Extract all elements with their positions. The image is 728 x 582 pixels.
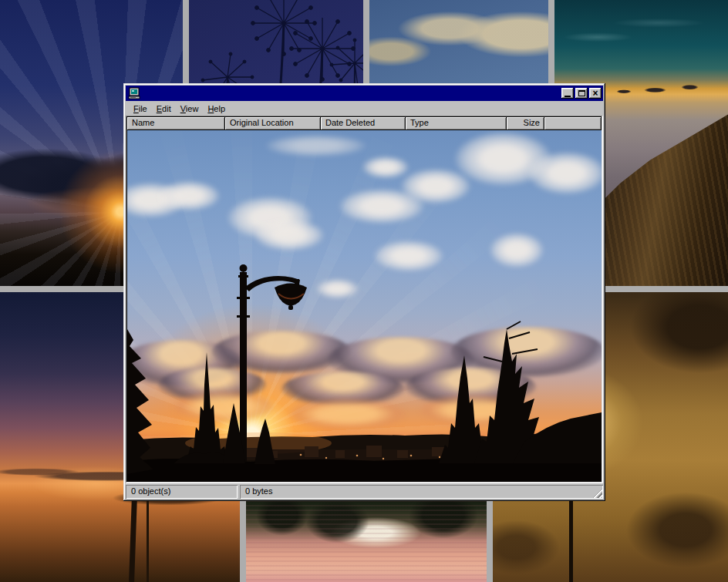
computer-icon — [128, 87, 140, 99]
menu-file[interactable]: File — [129, 103, 152, 115]
bokeh-pole — [569, 500, 573, 582]
maximize-button[interactable] — [575, 88, 588, 99]
status-object-count: 0 object(s) — [126, 485, 238, 499]
column-header-date-deleted[interactable]: Date Deleted — [321, 117, 406, 130]
menu-edit[interactable]: Edit — [152, 103, 176, 115]
sunset-lamp-photo — [127, 130, 602, 482]
column-headers: Name Original Location Date Deleted Type… — [127, 117, 602, 130]
menu-bar: File Edit View Help — [126, 101, 603, 116]
maximize-icon — [578, 90, 585, 96]
column-header-blank[interactable] — [544, 117, 602, 130]
foreground-silhouettes — [127, 130, 602, 482]
window-titlebar[interactable]: × — [126, 86, 603, 101]
close-icon: × — [592, 89, 598, 98]
lake-pole-thin — [147, 501, 149, 582]
menu-help[interactable]: Help — [203, 103, 230, 115]
menu-view[interactable]: View — [176, 103, 204, 115]
minimize-button[interactable] — [561, 88, 574, 99]
close-button[interactable]: × — [589, 88, 602, 99]
column-header-original-location[interactable]: Original Location — [225, 117, 321, 130]
column-header-type[interactable]: Type — [406, 117, 507, 130]
list-view[interactable]: Name Original Location Date Deleted Type… — [126, 116, 603, 483]
desktop: { "window": { "title": "", "icon": "comp… — [0, 0, 728, 582]
recycle-bin-window: × File Edit View Help Name Original Loca… — [123, 83, 605, 501]
lake-pole — [130, 496, 138, 582]
column-header-size[interactable]: Size — [507, 117, 544, 130]
status-size-text: 0 bytes — [245, 486, 272, 496]
status-bar: 0 object(s) 0 bytes — [126, 485, 603, 499]
status-size: 0 bytes — [240, 485, 603, 499]
column-header-name[interactable]: Name — [127, 117, 225, 130]
resize-grip[interactable] — [593, 489, 602, 498]
minimize-icon — [565, 96, 571, 97]
